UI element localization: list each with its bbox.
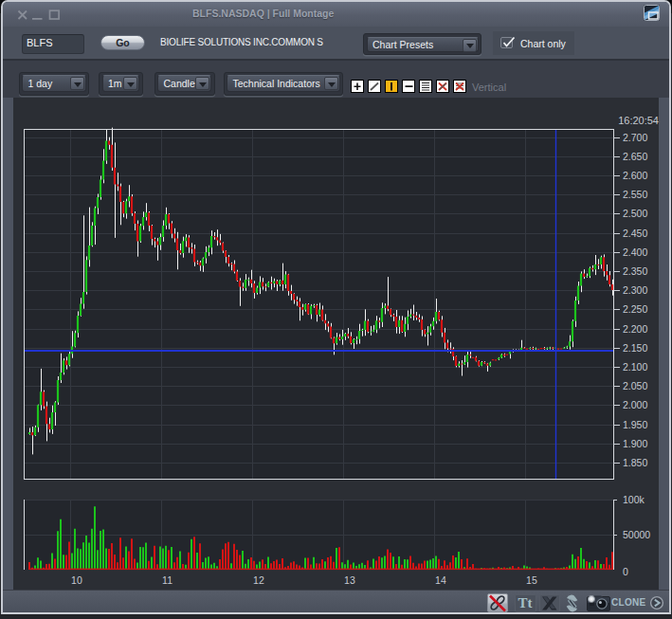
svg-text:10: 10 bbox=[71, 574, 82, 586]
svg-text:1.900: 1.900 bbox=[623, 438, 647, 449]
svg-text:2.450: 2.450 bbox=[623, 228, 647, 239]
svg-text:2.050: 2.050 bbox=[623, 380, 647, 391]
svg-text:2.150: 2.150 bbox=[623, 342, 647, 354]
svg-text:14: 14 bbox=[435, 574, 446, 586]
svg-text:12: 12 bbox=[253, 574, 264, 586]
svg-text:50000: 50000 bbox=[623, 529, 650, 540]
svg-text:16:20:54: 16:20:54 bbox=[618, 115, 659, 126]
svg-text:100k: 100k bbox=[623, 494, 645, 505]
svg-text:Tt: Tt bbox=[518, 595, 533, 610]
svg-text:2.300: 2.300 bbox=[623, 284, 647, 296]
svg-text:2.700: 2.700 bbox=[623, 132, 647, 143]
svg-text:2.000: 2.000 bbox=[623, 399, 647, 410]
svg-text:2.400: 2.400 bbox=[623, 246, 647, 258]
svg-text:2.600: 2.600 bbox=[623, 170, 647, 181]
svg-text:1.950: 1.950 bbox=[623, 419, 647, 430]
svg-text:2.500: 2.500 bbox=[623, 208, 647, 219]
svg-text:11: 11 bbox=[162, 574, 173, 586]
svg-text:15: 15 bbox=[526, 574, 537, 586]
svg-text:1.850: 1.850 bbox=[623, 457, 647, 468]
svg-text:2.350: 2.350 bbox=[623, 265, 647, 277]
svg-text:2.200: 2.200 bbox=[623, 323, 647, 335]
svg-text:2.650: 2.650 bbox=[623, 151, 647, 162]
svg-text:2.550: 2.550 bbox=[623, 189, 647, 200]
svg-text:13: 13 bbox=[344, 574, 355, 586]
svg-text:2.250: 2.250 bbox=[623, 303, 647, 315]
svg-text:0: 0 bbox=[623, 566, 628, 577]
svg-text:2.100: 2.100 bbox=[623, 361, 647, 373]
